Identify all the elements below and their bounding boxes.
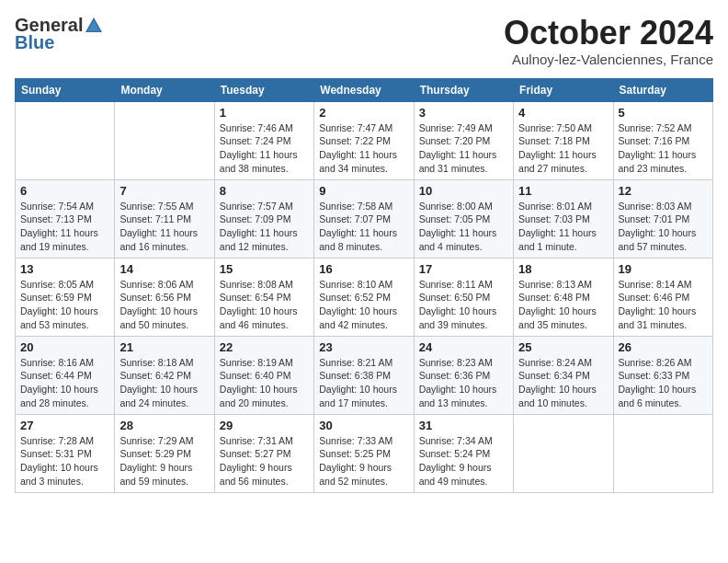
day-number: 9 <box>319 184 408 198</box>
calendar-cell: 10Sunrise: 8:00 AMSunset: 7:05 PMDayligh… <box>414 179 513 258</box>
day-number: 20 <box>20 340 109 354</box>
calendar-cell: 19Sunrise: 8:14 AMSunset: 6:46 PMDayligh… <box>613 258 712 336</box>
logo-blue-text: Blue <box>15 32 54 53</box>
calendar-cell: 6Sunrise: 7:54 AMSunset: 7:13 PMDaylight… <box>16 179 115 258</box>
week-row-3: 13Sunrise: 8:05 AMSunset: 6:59 PMDayligh… <box>16 258 713 336</box>
day-number: 31 <box>419 419 508 432</box>
day-number: 29 <box>220 419 309 432</box>
page-header: General Blue October 2024 Aulnoy-lez-Val… <box>15 15 713 67</box>
day-info: Sunrise: 8:13 AMSunset: 6:48 PMDaylight:… <box>518 279 597 330</box>
weekday-header-tuesday: Tuesday <box>214 78 313 101</box>
day-number: 12 <box>619 184 708 198</box>
week-row-4: 20Sunrise: 8:16 AMSunset: 6:44 PMDayligh… <box>16 336 713 414</box>
calendar-cell: 30Sunrise: 7:33 AMSunset: 5:25 PMDayligh… <box>314 414 414 492</box>
day-number: 25 <box>518 340 608 354</box>
weekday-header-monday: Monday <box>115 78 214 101</box>
day-info: Sunrise: 7:33 AMSunset: 5:25 PMDaylight:… <box>319 435 392 487</box>
calendar-cell: 24Sunrise: 8:23 AMSunset: 6:36 PMDayligh… <box>414 336 513 414</box>
day-info: Sunrise: 7:54 AMSunset: 7:13 PMDaylight:… <box>20 201 98 252</box>
day-number: 23 <box>319 340 408 354</box>
day-info: Sunrise: 8:18 AMSunset: 6:42 PMDaylight:… <box>119 357 198 408</box>
day-info: Sunrise: 8:23 AMSunset: 6:36 PMDaylight:… <box>419 357 497 408</box>
day-number: 13 <box>20 262 109 276</box>
day-info: Sunrise: 8:08 AMSunset: 6:54 PMDaylight:… <box>220 279 298 330</box>
calendar-cell: 11Sunrise: 8:01 AMSunset: 7:03 PMDayligh… <box>514 179 613 258</box>
day-number: 26 <box>619 340 708 354</box>
week-row-5: 27Sunrise: 7:28 AMSunset: 5:31 PMDayligh… <box>16 414 713 492</box>
weekday-header-row: SundayMondayTuesdayWednesdayThursdayFrid… <box>16 78 713 101</box>
calendar-cell: 9Sunrise: 7:58 AMSunset: 7:07 PMDaylight… <box>314 179 414 258</box>
day-info: Sunrise: 7:34 AMSunset: 5:24 PMDaylight:… <box>419 435 493 487</box>
day-number: 2 <box>319 106 408 120</box>
day-number: 15 <box>220 262 309 276</box>
day-info: Sunrise: 8:14 AMSunset: 6:46 PMDaylight:… <box>619 279 697 330</box>
day-info: Sunrise: 7:52 AMSunset: 7:16 PMDaylight:… <box>619 122 697 174</box>
calendar-cell: 8Sunrise: 7:57 AMSunset: 7:09 PMDaylight… <box>214 179 313 258</box>
day-info: Sunrise: 8:00 AMSunset: 7:05 PMDaylight:… <box>419 201 497 252</box>
week-row-1: 1Sunrise: 7:46 AMSunset: 7:24 PMDaylight… <box>16 101 713 179</box>
day-number: 14 <box>119 262 209 276</box>
calendar-cell: 29Sunrise: 7:31 AMSunset: 5:27 PMDayligh… <box>214 414 313 492</box>
calendar-cell: 15Sunrise: 8:08 AMSunset: 6:54 PMDayligh… <box>214 258 313 336</box>
calendar-cell: 14Sunrise: 8:06 AMSunset: 6:56 PMDayligh… <box>115 258 214 336</box>
weekday-header-wednesday: Wednesday <box>314 78 414 101</box>
calendar-cell: 21Sunrise: 8:18 AMSunset: 6:42 PMDayligh… <box>115 336 214 414</box>
day-number: 18 <box>518 262 608 276</box>
day-number: 11 <box>518 184 608 198</box>
calendar-cell <box>613 414 712 492</box>
logo: General Blue <box>15 15 105 53</box>
calendar-table: SundayMondayTuesdayWednesdayThursdayFrid… <box>15 78 713 493</box>
calendar-cell <box>16 101 115 179</box>
day-info: Sunrise: 8:01 AMSunset: 7:03 PMDaylight:… <box>518 201 597 252</box>
weekday-header-saturday: Saturday <box>613 78 712 101</box>
month-title: October 2024 <box>504 15 713 52</box>
day-info: Sunrise: 7:47 AMSunset: 7:22 PMDaylight:… <box>319 122 397 174</box>
day-info: Sunrise: 7:28 AMSunset: 5:31 PMDaylight:… <box>20 435 98 487</box>
calendar-cell: 25Sunrise: 8:24 AMSunset: 6:34 PMDayligh… <box>514 336 613 414</box>
day-info: Sunrise: 7:57 AMSunset: 7:09 PMDaylight:… <box>220 201 298 252</box>
day-info: Sunrise: 7:49 AMSunset: 7:20 PMDaylight:… <box>419 122 497 174</box>
weekday-header-friday: Friday <box>514 78 613 101</box>
day-number: 3 <box>419 106 508 120</box>
calendar-cell: 12Sunrise: 8:03 AMSunset: 7:01 PMDayligh… <box>613 179 712 258</box>
day-info: Sunrise: 8:16 AMSunset: 6:44 PMDaylight:… <box>20 357 98 408</box>
calendar-cell: 1Sunrise: 7:46 AMSunset: 7:24 PMDaylight… <box>214 101 313 179</box>
weekday-header-sunday: Sunday <box>16 78 115 101</box>
calendar-cell <box>115 101 214 179</box>
day-number: 24 <box>419 340 508 354</box>
day-number: 10 <box>419 184 508 198</box>
day-number: 27 <box>20 419 109 432</box>
calendar-cell: 26Sunrise: 8:26 AMSunset: 6:33 PMDayligh… <box>613 336 712 414</box>
day-info: Sunrise: 8:03 AMSunset: 7:01 PMDaylight:… <box>619 201 697 252</box>
day-info: Sunrise: 7:50 AMSunset: 7:18 PMDaylight:… <box>518 122 597 174</box>
day-info: Sunrise: 8:06 AMSunset: 6:56 PMDaylight:… <box>119 279 198 330</box>
calendar-cell: 5Sunrise: 7:52 AMSunset: 7:16 PMDaylight… <box>613 101 712 179</box>
day-info: Sunrise: 8:19 AMSunset: 6:40 PMDaylight:… <box>220 357 298 408</box>
weekday-header-thursday: Thursday <box>414 78 513 101</box>
calendar-cell: 18Sunrise: 8:13 AMSunset: 6:48 PMDayligh… <box>514 258 613 336</box>
day-info: Sunrise: 8:05 AMSunset: 6:59 PMDaylight:… <box>20 279 98 330</box>
title-area: October 2024 Aulnoy-lez-Valenciennes, Fr… <box>504 15 713 67</box>
day-number: 8 <box>220 184 309 198</box>
day-number: 4 <box>518 106 608 120</box>
day-info: Sunrise: 8:21 AMSunset: 6:38 PMDaylight:… <box>319 357 397 408</box>
day-number: 19 <box>619 262 708 276</box>
calendar-cell: 13Sunrise: 8:05 AMSunset: 6:59 PMDayligh… <box>16 258 115 336</box>
day-info: Sunrise: 8:11 AMSunset: 6:50 PMDaylight:… <box>419 279 497 330</box>
day-number: 22 <box>220 340 309 354</box>
calendar-cell: 23Sunrise: 8:21 AMSunset: 6:38 PMDayligh… <box>314 336 414 414</box>
calendar-cell <box>514 414 613 492</box>
calendar-cell: 4Sunrise: 7:50 AMSunset: 7:18 PMDaylight… <box>514 101 613 179</box>
week-row-2: 6Sunrise: 7:54 AMSunset: 7:13 PMDaylight… <box>16 179 713 258</box>
calendar-cell: 22Sunrise: 8:19 AMSunset: 6:40 PMDayligh… <box>214 336 313 414</box>
calendar-cell: 28Sunrise: 7:29 AMSunset: 5:29 PMDayligh… <box>115 414 214 492</box>
calendar-cell: 27Sunrise: 7:28 AMSunset: 5:31 PMDayligh… <box>16 414 115 492</box>
day-number: 21 <box>119 340 209 354</box>
day-info: Sunrise: 7:31 AMSunset: 5:27 PMDaylight:… <box>220 435 293 487</box>
day-number: 28 <box>119 419 209 432</box>
logo-icon <box>84 16 104 36</box>
day-info: Sunrise: 8:24 AMSunset: 6:34 PMDaylight:… <box>518 357 597 408</box>
calendar-cell: 7Sunrise: 7:55 AMSunset: 7:11 PMDaylight… <box>115 179 214 258</box>
day-info: Sunrise: 7:29 AMSunset: 5:29 PMDaylight:… <box>119 435 193 487</box>
day-info: Sunrise: 8:10 AMSunset: 6:52 PMDaylight:… <box>319 279 397 330</box>
